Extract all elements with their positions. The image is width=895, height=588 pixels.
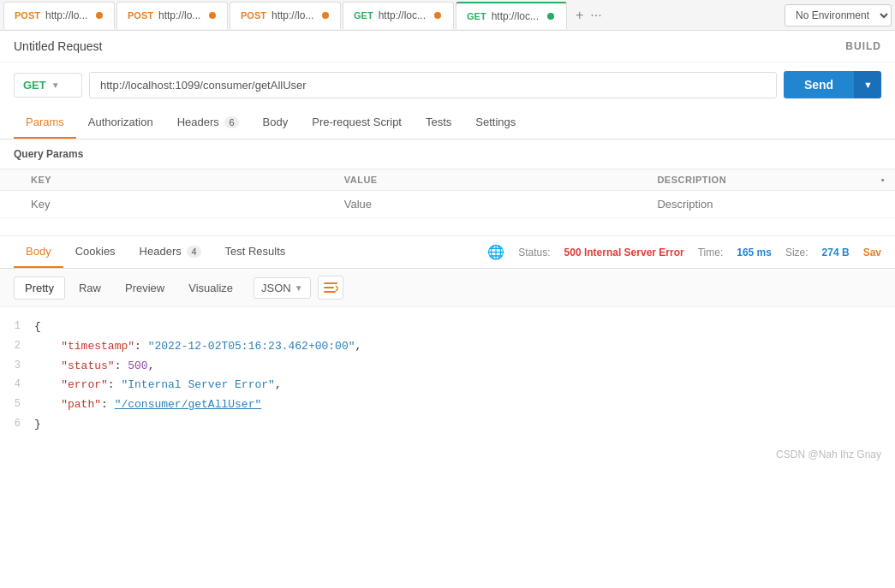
line-num-5: 5 — [0, 396, 34, 414]
query-params-title: Query Params — [0, 140, 895, 169]
url-input[interactable] — [89, 72, 777, 98]
tab-dot-1 — [96, 12, 103, 19]
tab-authorization[interactable]: Authorization — [76, 107, 165, 139]
status-label: Status: — [518, 246, 550, 258]
code-line-2: 2 "timestamp": "2022-12-02T05:16:23.462+… — [0, 337, 895, 357]
view-pretty-label: Pretty — [25, 282, 54, 294]
desc-input[interactable] — [657, 198, 860, 211]
tab-headers[interactable]: Headers 6 — [165, 107, 251, 139]
resp-tab-cookies[interactable]: Cookies — [63, 236, 128, 268]
line-content-1: { — [34, 318, 895, 336]
build-button[interactable]: BUILD — [845, 40, 881, 52]
row-key-cell — [21, 191, 334, 218]
line-content-6: } — [34, 416, 895, 434]
tab-settings-label: Settings — [475, 116, 516, 128]
tab-dot-4 — [434, 12, 441, 19]
resp-tab-testresults-label: Test Results — [225, 245, 286, 258]
method-badge-5: GET — [467, 11, 486, 21]
line-num-6: 6 — [0, 416, 34, 434]
send-dropdown-button[interactable]: ▼ — [854, 71, 881, 98]
tab-dot-2 — [209, 12, 216, 19]
row-value-cell — [334, 191, 647, 218]
time-label: Time: — [698, 246, 724, 258]
tab-tests[interactable]: Tests — [414, 107, 463, 139]
tab-params-label: Params — [26, 116, 64, 128]
view-preview[interactable]: Preview — [115, 277, 175, 299]
tab-post-2[interactable]: POST http://lo... — [116, 2, 228, 29]
tab-body[interactable]: Body — [251, 107, 301, 139]
env-select[interactable]: No Environment — [785, 4, 892, 27]
resp-tab-body-label: Body — [26, 245, 51, 258]
tab-post-3[interactable]: POST http://lo... — [230, 2, 341, 29]
view-pretty[interactable]: Pretty — [14, 276, 65, 300]
line-num-2: 2 — [0, 338, 34, 356]
method-badge-1: POST — [15, 10, 40, 21]
line-content-3: "status": 500, — [34, 358, 895, 376]
response-area: Body Cookies Headers 4 Test Results 🌐 St… — [0, 235, 895, 467]
method-arrow-icon: ▼ — [51, 80, 60, 90]
tabs-actions: + ··· — [576, 8, 602, 23]
line-num-3: 3 — [0, 358, 34, 376]
view-raw-label: Raw — [79, 282, 101, 294]
col-actions-header: • — [871, 169, 895, 191]
headers-badge: 6 — [224, 116, 238, 128]
svg-rect-1 — [324, 287, 334, 288]
resp-headers-badge: 4 — [187, 246, 200, 258]
tab-get-5[interactable]: GET http://loc... — [456, 2, 567, 29]
send-btn-wrap: Send ▼ — [784, 71, 881, 98]
format-select[interactable]: JSON ▼ — [254, 277, 311, 299]
tab-post-1[interactable]: POST http://lo... — [3, 2, 115, 29]
line-num-1: 1 — [0, 318, 34, 336]
globe-icon: 🌐 — [487, 244, 504, 260]
method-badge-2: POST — [128, 10, 153, 21]
response-tabs: Body Cookies Headers 4 Test Results 🌐 St… — [0, 236, 895, 269]
method-badge-3: POST — [241, 10, 266, 21]
more-tabs-icon[interactable]: ··· — [590, 8, 601, 23]
status-value: 500 Internal Server Error — [564, 246, 684, 258]
tab-get-4[interactable]: GET http://loc... — [343, 2, 454, 29]
method-select[interactable]: GET ▼ — [14, 73, 82, 98]
tab-dot-3 — [322, 12, 329, 19]
resp-tab-headers[interactable]: Headers 4 — [128, 236, 213, 268]
wrap-icon[interactable] — [318, 276, 343, 300]
row-checkbox — [0, 191, 21, 218]
resp-tab-cookies-label: Cookies — [75, 245, 116, 258]
method-label: GET — [23, 79, 46, 92]
request-title-bar: Untitled Request BUILD — [0, 31, 895, 62]
tab-settings[interactable]: Settings — [463, 107, 528, 139]
line-content-4: "error": "Internal Server Error", — [34, 377, 895, 395]
query-params-section: Query Params KEY VALUE DESCRIPTION • — [0, 140, 895, 218]
col-key-header: KEY — [21, 169, 334, 191]
code-line-5: 5 "path": "/consumer/getAllUser" — [0, 395, 895, 415]
col-desc-header: DESCRIPTION — [647, 169, 870, 191]
svg-rect-2 — [324, 291, 336, 293]
key-input[interactable] — [31, 198, 324, 211]
tab-prerequest-label: Pre-request Script — [312, 116, 402, 128]
code-block: 1 { 2 "timestamp": "2022-12-02T05:16:23.… — [0, 307, 895, 445]
request-title: Untitled Request — [14, 39, 103, 53]
col-value-header: VALUE — [334, 169, 647, 191]
main-area: Untitled Request BUILD GET ▼ Send ▼ Para… — [0, 31, 895, 467]
value-input[interactable] — [344, 198, 637, 211]
tab-authorization-label: Authorization — [88, 116, 153, 128]
resp-tab-testresults[interactable]: Test Results — [213, 236, 298, 268]
send-button[interactable]: Send — [784, 71, 854, 98]
add-tab-icon[interactable]: + — [576, 8, 583, 23]
view-visualize[interactable]: Visualize — [178, 277, 243, 299]
tab-body-label: Body — [263, 116, 289, 128]
tab-url-4: http://loc... — [379, 9, 426, 21]
code-line-4: 4 "error": "Internal Server Error", — [0, 376, 895, 395]
resp-tab-body[interactable]: Body — [14, 236, 63, 268]
col-check-header — [0, 169, 21, 191]
view-raw[interactable]: Raw — [69, 277, 111, 299]
url-bar: GET ▼ Send ▼ — [0, 62, 895, 107]
code-line-3: 3 "status": 500, — [0, 357, 895, 377]
tab-url-5: http://loc... — [492, 10, 539, 22]
tab-prerequest[interactable]: Pre-request Script — [300, 107, 414, 139]
save-link[interactable]: Sav — [863, 246, 881, 258]
tab-url-3: http://lo... — [271, 9, 313, 21]
line-content-2: "timestamp": "2022-12-02T05:16:23.462+00… — [34, 338, 895, 356]
view-visualize-label: Visualize — [188, 282, 233, 294]
tab-params[interactable]: Params — [14, 107, 76, 139]
size-value: 274 B — [822, 246, 850, 258]
